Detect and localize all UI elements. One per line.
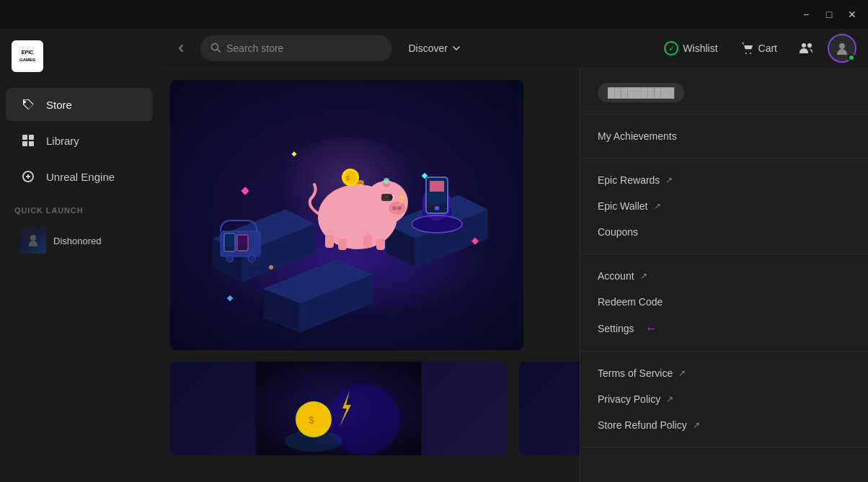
cart-button[interactable]: Cart xyxy=(734,37,784,59)
dropdown-header: ██████████ xyxy=(580,68,868,115)
svg-point-7 xyxy=(30,235,36,241)
unreal-icon xyxy=(20,169,36,184)
terms-of-service-item[interactable]: Terms of Service ↗ xyxy=(580,360,868,386)
search-placeholder: Search store xyxy=(226,43,283,54)
avatar-icon xyxy=(834,40,850,56)
svg-point-11 xyxy=(750,53,751,54)
quick-launch-label: QUICK LAUNCH xyxy=(0,195,159,220)
external-link-icon-3: ↗ xyxy=(640,271,647,281)
external-link-icon-4: ↗ xyxy=(678,368,686,378)
svg-text:EPIC: EPIC xyxy=(22,50,33,55)
epic-rewards-item[interactable]: Epic Rewards ↗ xyxy=(580,167,868,193)
game-name-label: Dishonored xyxy=(53,236,102,246)
discover-label: Discover xyxy=(408,43,447,54)
external-link-icon-5: ↗ xyxy=(666,394,673,404)
epic-rewards-label: Epic Rewards xyxy=(598,174,660,186)
username-display: ██████████ xyxy=(598,83,684,102)
epic-logo[interactable]: EPIC GAMES xyxy=(12,40,43,72)
svg-rect-3 xyxy=(22,135,27,140)
terms-of-service-label: Terms of Service xyxy=(598,367,673,379)
epic-wallet-item[interactable]: Epic Wallet ↗ xyxy=(580,193,868,219)
coupons-item[interactable]: Coupons xyxy=(580,219,868,245)
settings-label: Settings xyxy=(598,323,634,334)
store-refund-policy-label: Store Refund Policy xyxy=(598,419,687,431)
sidebar-store-label: Store xyxy=(46,99,72,111)
dropdown-section-legal: Terms of Service ↗ Privacy Policy ↗ Stor… xyxy=(580,352,868,447)
wishlist-label: Wishlist xyxy=(683,43,717,54)
svg-rect-0 xyxy=(17,45,38,67)
app-body: EPIC GAMES Store xyxy=(0,29,868,482)
dropdown-overlay: ██████████ My Achievements Epic Rewards … xyxy=(159,68,868,482)
redeem-code-label: Redeem Code xyxy=(598,296,663,308)
main-area: Search store Discover ✓ Wishlist Ca xyxy=(159,29,868,482)
search-bar[interactable]: Search store xyxy=(200,35,392,61)
quick-launch-dishonored[interactable]: Dishonored xyxy=(6,222,153,259)
title-bar: − □ ✕ xyxy=(0,0,868,29)
tag-icon xyxy=(20,97,36,112)
close-button[interactable]: ✕ xyxy=(842,4,862,24)
epic-wallet-label: Epic Wallet xyxy=(598,200,648,212)
game-thumbnail xyxy=(20,228,46,254)
account-label: Account xyxy=(598,270,634,282)
friends-button[interactable] xyxy=(793,35,819,61)
dropdown-section-account: Account ↗ Redeem Code Settings ← xyxy=(580,254,868,352)
topbar: Search store Discover ✓ Wishlist Ca xyxy=(159,29,868,68)
game-thumb-image xyxy=(20,228,46,254)
settings-arrow-icon: ← xyxy=(646,322,657,335)
search-icon xyxy=(211,43,221,55)
avatar-button[interactable] xyxy=(828,34,856,63)
my-achievements-item[interactable]: My Achievements xyxy=(580,123,868,149)
maximize-button[interactable]: □ xyxy=(819,4,839,24)
discover-button[interactable]: Discover xyxy=(401,38,467,58)
chevron-down-icon xyxy=(452,44,461,53)
store-refund-policy-item[interactable]: Store Refund Policy ↗ xyxy=(580,412,868,438)
redeem-code-item[interactable]: Redeem Code xyxy=(580,289,868,315)
external-link-icon-6: ↗ xyxy=(693,420,700,430)
grid-icon xyxy=(20,133,36,148)
dropdown-menu: ██████████ My Achievements Epic Rewards … xyxy=(580,68,868,482)
logo-area: EPIC GAMES xyxy=(0,40,159,86)
svg-point-13 xyxy=(807,43,812,48)
wishlist-check-icon: ✓ xyxy=(664,41,678,55)
privacy-policy-item[interactable]: Privacy Policy ↗ xyxy=(580,386,868,412)
svg-point-12 xyxy=(802,43,806,48)
svg-point-10 xyxy=(745,53,747,54)
sidebar-item-unreal[interactable]: Unreal Engine xyxy=(6,160,153,193)
back-button[interactable] xyxy=(170,37,192,59)
coupons-label: Coupons xyxy=(598,226,638,238)
sidebar-item-library[interactable]: Library xyxy=(6,124,153,157)
cart-icon xyxy=(741,42,754,55)
svg-rect-4 xyxy=(29,135,34,140)
sidebar-item-store[interactable]: Store xyxy=(6,88,153,121)
dropdown-section-rewards: Epic Rewards ↗ Epic Wallet ↗ Coupons xyxy=(580,159,868,254)
cart-label: Cart xyxy=(758,43,777,54)
svg-text:GAMES: GAMES xyxy=(19,58,35,62)
settings-item[interactable]: Settings ← xyxy=(580,315,868,342)
dropdown-section-achievements: My Achievements xyxy=(580,115,868,159)
my-achievements-label: My Achievements xyxy=(598,130,677,142)
wishlist-button[interactable]: ✓ Wishlist xyxy=(657,37,725,60)
svg-line-9 xyxy=(218,49,221,52)
external-link-icon-2: ↗ xyxy=(654,201,661,211)
svg-point-14 xyxy=(839,43,845,49)
minimize-button[interactable]: − xyxy=(796,4,816,24)
sidebar-unreal-label: Unreal Engine xyxy=(46,171,115,183)
external-link-icon: ↗ xyxy=(665,175,673,185)
svg-rect-6 xyxy=(29,141,34,146)
svg-rect-5 xyxy=(22,141,27,146)
sidebar-library-label: Library xyxy=(46,135,79,147)
online-status-dot xyxy=(848,54,855,61)
account-item[interactable]: Account ↗ xyxy=(580,263,868,289)
privacy-policy-label: Privacy Policy xyxy=(598,393,660,405)
content-area: $ xyxy=(159,68,868,482)
sidebar: EPIC GAMES Store xyxy=(0,29,159,482)
friends-icon xyxy=(798,40,814,56)
